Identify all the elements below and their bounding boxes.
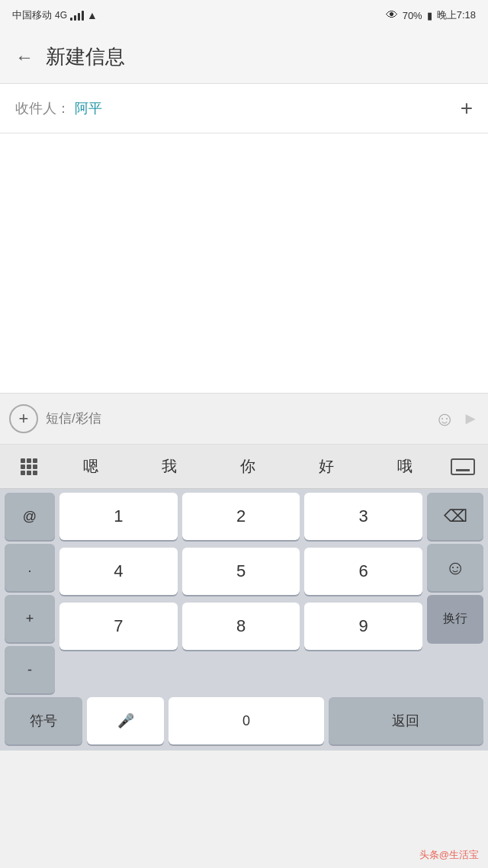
keyboard-grid-button[interactable] xyxy=(6,458,52,475)
page-title: 新建信息 xyxy=(46,43,125,70)
back-button[interactable]: ← xyxy=(15,47,34,68)
key-2[interactable]: 2 xyxy=(182,493,300,540)
message-area[interactable] xyxy=(0,133,488,393)
keyboard-left-column: @ . + - xyxy=(0,489,55,693)
keyboard-row-3: 7 8 9 xyxy=(55,599,427,654)
compose-add-button[interactable]: + xyxy=(9,404,38,433)
key-6[interactable]: 6 xyxy=(304,548,422,595)
quick-word-0[interactable]: 嗯 xyxy=(52,450,130,483)
key-7[interactable]: 7 xyxy=(59,603,178,650)
key-9[interactable]: 9 xyxy=(304,603,422,650)
status-left: 中国移动 4G ▲ xyxy=(12,8,98,22)
status-bar: 中国移动 4G ▲ 👁 70% ▮ 晚上7:18 xyxy=(0,0,488,31)
signal-label: 4G xyxy=(55,10,67,21)
add-recipient-button[interactable]: + xyxy=(461,98,473,119)
keyboard-center: 1 2 3 4 5 6 7 8 9 xyxy=(55,489,427,693)
key-at[interactable]: @ xyxy=(5,493,55,540)
key-minus[interactable]: - xyxy=(5,646,55,693)
mic-icon: 🎤 xyxy=(117,712,134,729)
time-label: 晚上7:18 xyxy=(437,8,476,22)
key-8[interactable]: 8 xyxy=(182,603,300,650)
key-delete[interactable]: ⌫ xyxy=(427,493,483,540)
compose-emoji-button[interactable]: ☺ xyxy=(435,407,455,431)
hide-keyboard-icon xyxy=(451,458,475,475)
grid-icon xyxy=(21,458,37,475)
battery-icon: ▮ xyxy=(427,10,432,21)
keyboard-bottom-row: 符号 🎤 0 返回 xyxy=(0,693,488,751)
carrier-label: 中国移动 xyxy=(12,8,52,22)
signal-bars-icon xyxy=(70,10,84,21)
key-mic[interactable]: 🎤 xyxy=(87,697,165,744)
key-newline[interactable]: 换行 xyxy=(427,595,483,642)
keyboard-row-2: 4 5 6 xyxy=(55,544,427,599)
status-right: 👁 70% ▮ 晚上7:18 xyxy=(386,8,476,22)
eye-icon: 👁 xyxy=(386,8,398,22)
quick-word-bar: 嗯 我 你 好 哦 xyxy=(0,445,488,489)
content-area: 收件人： 阿平 + xyxy=(0,84,488,393)
compose-bar: + ☺ ► xyxy=(0,393,488,445)
quick-word-4[interactable]: 哦 xyxy=(365,450,444,483)
key-return[interactable]: 返回 xyxy=(329,697,483,744)
compose-input[interactable] xyxy=(46,403,427,434)
recipient-label: 收件人： xyxy=(15,99,70,117)
quick-word-2[interactable]: 你 xyxy=(209,450,287,483)
key-symbol[interactable]: 符号 xyxy=(5,697,82,744)
compose-send-button[interactable]: ► xyxy=(462,409,479,429)
recipient-name[interactable]: 阿平 xyxy=(75,99,461,117)
key-zero[interactable]: 0 xyxy=(169,697,323,744)
key-4[interactable]: 4 xyxy=(59,548,178,595)
quick-word-1[interactable]: 我 xyxy=(130,450,209,483)
keyboard-main: @ . + - 1 2 3 4 5 6 7 8 9 ⌫ xyxy=(0,489,488,693)
keyboard: @ . + - 1 2 3 4 5 6 7 8 9 ⌫ xyxy=(0,489,488,751)
watermark: 头条@生活宝 xyxy=(419,848,479,862)
quick-words-list: 嗯 我 你 好 哦 xyxy=(52,450,444,483)
key-plus[interactable]: + xyxy=(5,595,55,642)
battery-label: 70% xyxy=(403,10,422,21)
plus-circle-icon: + xyxy=(19,409,29,429)
key-3[interactable]: 3 xyxy=(304,493,422,540)
quick-word-3[interactable]: 好 xyxy=(287,450,365,483)
keyboard-right-column: ⌫ ☺ 换行 xyxy=(427,489,488,693)
key-emoji[interactable]: ☺ xyxy=(427,544,483,591)
key-1[interactable]: 1 xyxy=(59,493,178,540)
recipient-row: 收件人： 阿平 + xyxy=(0,84,488,133)
key-dot[interactable]: . xyxy=(5,544,55,591)
wifi-icon: ▲ xyxy=(87,9,98,21)
key-5[interactable]: 5 xyxy=(182,548,300,595)
keyboard-row-1: 1 2 3 xyxy=(55,489,427,544)
hide-keyboard-button[interactable] xyxy=(444,458,482,475)
header: ← 新建信息 xyxy=(0,31,488,84)
